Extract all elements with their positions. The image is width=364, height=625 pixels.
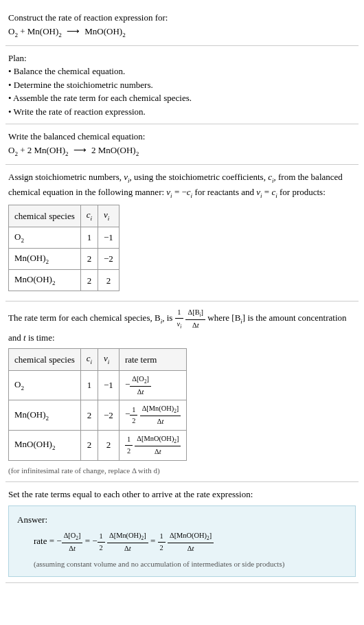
section-construct: Construct the rate of reaction expressio…	[5, 5, 359, 46]
table-row: O2 1 −1	[9, 227, 120, 248]
answer-rate-expression: rate = −Δ[O2]Δt = −12 Δ[Mn(OH)2]Δt = 12 …	[17, 530, 347, 554]
col-vi: νi	[98, 205, 120, 227]
balanced-title: Write the balanced chemical equation:	[8, 130, 356, 144]
ci-cell: 2	[80, 430, 98, 460]
unbalanced-equation: O2 + Mn(OH)2 ⟶ MnO(OH)2	[8, 25, 356, 40]
species-cell: O2	[9, 370, 81, 400]
plan-item: Write the rate of reaction expression.	[8, 105, 356, 119]
section-rateterm: The rate term for each chemical species,…	[5, 302, 359, 482]
answer-box: Answer: rate = −Δ[O2]Δt = −12 Δ[Mn(OH)2]…	[8, 505, 356, 578]
construct-title: Construct the rate of reaction expressio…	[8, 11, 356, 25]
table-header-row: chemical species ci νi	[9, 205, 120, 227]
rateterm-note: (for infinitesimal rate of change, repla…	[8, 465, 356, 477]
ci-cell: 2	[80, 400, 98, 431]
table-row: Mn(OH)2 2 −2 −12 Δ[Mn(OH)2]Δt	[9, 400, 187, 431]
table-header-row: chemical species ci νi rate term	[9, 349, 187, 370]
species-cell: MnO(OH)2	[9, 270, 81, 291]
table-row: MnO(OH)2 2 2	[9, 270, 120, 291]
ci-cell: 2	[80, 270, 98, 291]
col-vi: νi	[98, 349, 120, 370]
stoich-intro: Assign stoichiometric numbers, νi, using…	[8, 170, 356, 201]
species-cell: MnO(OH)2	[9, 430, 81, 460]
rateterm-cell: 12 Δ[MnO(OH)2]Δt	[119, 430, 187, 460]
col-rateterm: rate term	[119, 349, 187, 370]
ci-cell: 1	[80, 370, 98, 400]
col-ci: ci	[80, 205, 98, 227]
rateterm-intro: The rate term for each chemical species,…	[8, 307, 356, 344]
species-cell: Mn(OH)2	[9, 400, 81, 431]
table-row: MnO(OH)2 2 2 12 Δ[MnO(OH)2]Δt	[9, 430, 187, 460]
col-species: chemical species	[9, 349, 81, 370]
setequal-title: Set the rate terms equal to each other t…	[8, 488, 356, 501]
plan-item: Assemble the rate term for each chemical…	[8, 91, 356, 105]
plan-item: Balance the chemical equation.	[8, 65, 356, 78]
section-setequal: Set the rate terms equal to each other t…	[5, 482, 359, 583]
answer-note: (assuming constant volume and no accumul…	[17, 558, 347, 570]
vi-cell: 2	[98, 270, 120, 291]
vi-cell: −1	[98, 227, 120, 248]
col-species: chemical species	[9, 205, 81, 227]
stoich-table: chemical species ci νi O2 1 −1 Mn(OH)2 2…	[8, 205, 120, 291]
ci-cell: 2	[80, 248, 98, 269]
rateterm-cell: −Δ[O2]Δt	[119, 370, 187, 400]
table-row: O2 1 −1 −Δ[O2]Δt	[9, 370, 187, 400]
vi-cell: −2	[98, 400, 120, 431]
vi-cell: −1	[98, 370, 120, 400]
species-cell: O2	[9, 227, 81, 248]
answer-label: Answer:	[17, 513, 347, 527]
rateterm-cell: −12 Δ[Mn(OH)2]Δt	[119, 400, 187, 431]
col-ci: ci	[80, 349, 98, 370]
section-balanced: Write the balanced chemical equation: O2…	[5, 124, 359, 165]
species-cell: Mn(OH)2	[9, 248, 81, 269]
section-stoich: Assign stoichiometric numbers, νi, using…	[5, 165, 359, 302]
rateterm-table: chemical species ci νi rate term O2 1 −1…	[8, 348, 187, 460]
balanced-equation: O2 + 2 Mn(OH)2 ⟶ 2 MnO(OH)2	[8, 144, 356, 159]
section-plan: Plan: Balance the chemical equation. Det…	[5, 46, 359, 125]
vi-cell: 2	[98, 430, 120, 460]
ci-cell: 1	[80, 227, 98, 248]
plan-item: Determine the stoichiometric numbers.	[8, 78, 356, 92]
table-row: Mn(OH)2 2 −2	[9, 248, 120, 269]
vi-cell: −2	[98, 248, 120, 269]
plan-list: Balance the chemical equation. Determine…	[8, 65, 356, 118]
plan-title: Plan:	[8, 52, 356, 65]
